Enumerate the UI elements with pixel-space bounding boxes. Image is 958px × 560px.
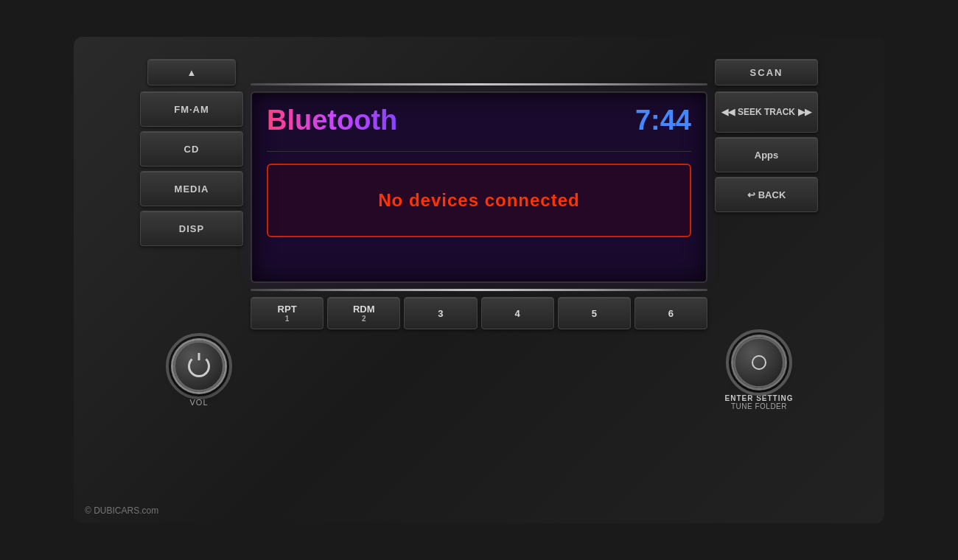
preset-6-num: 6 (668, 308, 674, 319)
screen-header: Bluetooth 7:44 (267, 105, 691, 136)
center-panel: Bluetooth 7:44 No devices connected RPT … (251, 91, 707, 329)
chrome-accent-mid (251, 289, 707, 291)
media-button[interactable]: MEDIA (140, 171, 243, 206)
preset-btn-4[interactable]: 4 (481, 297, 554, 329)
screen-title: Bluetooth (267, 105, 397, 136)
eject-button[interactable]: ▲ (147, 59, 236, 85)
preset-1-rpt: RPT (278, 304, 297, 315)
enter-knob-area: ENTER SETTING TUNE FOLDER (707, 337, 811, 410)
enter-label-box: ENTER SETTING TUNE FOLDER (724, 394, 793, 410)
preset-1-num: 1 (285, 315, 290, 323)
car-radio: ▲ SCAN FM·AM CD MEDIA DISP Bluetooth 7:4… (74, 37, 884, 523)
preset-2-rdm: RDM (353, 304, 375, 315)
chrome-accent-top (251, 83, 707, 85)
cd-button[interactable]: CD (140, 131, 243, 167)
preset-btn-1[interactable]: RPT 1 (251, 297, 324, 329)
preset-btn-6[interactable]: 6 (634, 297, 707, 329)
scan-button[interactable]: SCAN (715, 59, 818, 85)
screen-time: 7:44 (635, 105, 691, 136)
preset-row: RPT 1 RDM 2 3 4 5 6 (251, 297, 707, 329)
preset-4-num: 4 (514, 308, 520, 319)
back-icon: ↩ (747, 189, 755, 200)
no-devices-box: No devices connected (267, 164, 691, 237)
bottom-row: VOL ENTER SETTING TUNE FOLDER (88, 337, 870, 410)
vol-knob-wrap (173, 340, 225, 392)
power-icon (188, 355, 210, 377)
power-vol-knob[interactable] (173, 340, 225, 392)
enter-ring (726, 329, 792, 396)
preset-btn-3[interactable]: 3 (404, 297, 477, 329)
watermark: © DUBICARS.com (85, 505, 158, 516)
vol-knob-area: VOL (147, 340, 251, 407)
preset-5-num: 5 (592, 308, 597, 319)
left-panel: FM·AM CD MEDIA DISP (140, 91, 243, 246)
seek-prev-icon: ◀◀ (721, 107, 735, 117)
preset-btn-2[interactable]: RDM 2 (327, 297, 400, 329)
disp-button[interactable]: DISP (140, 211, 243, 246)
seek-track-label: SEEK TRACK (738, 107, 795, 117)
enter-knob-wrap (733, 337, 785, 388)
seek-next-icon: ▶▶ (798, 107, 811, 117)
back-button[interactable]: ↩ BACK (715, 177, 818, 212)
preset-2-num: 2 (362, 315, 366, 323)
apps-button[interactable]: Apps (715, 137, 818, 172)
back-label: BACK (758, 189, 786, 200)
preset-3-num: 3 (438, 308, 443, 319)
preset-btn-5[interactable]: 5 (558, 297, 631, 329)
fm-am-button[interactable]: FM·AM (140, 91, 243, 127)
tune-folder-label: TUNE FOLDER (724, 402, 793, 410)
no-devices-text: No devices connected (378, 190, 579, 211)
display-screen: Bluetooth 7:44 No devices connected (251, 91, 707, 283)
screen-divider (267, 151, 691, 152)
main-body: FM·AM CD MEDIA DISP Bluetooth 7:44 No de… (88, 91, 870, 329)
right-panel: ◀◀ SEEK TRACK ▶▶ Apps ↩ BACK (715, 91, 818, 212)
seek-track-button[interactable]: ◀◀ SEEK TRACK ▶▶ (715, 91, 818, 133)
